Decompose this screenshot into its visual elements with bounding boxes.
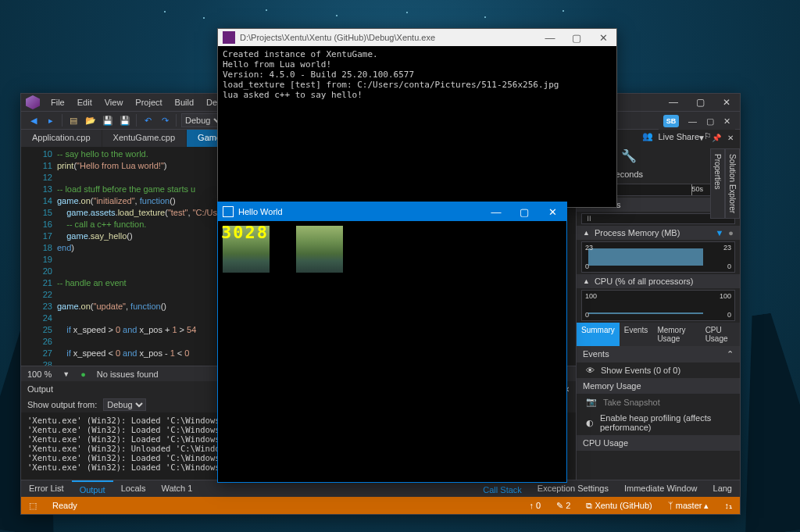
hw-title: Hello World: [238, 207, 283, 216]
diag-cpu-header[interactable]: CPU (% of all processors): [595, 277, 694, 286]
vs-liveshare-bar: SB —▢✕: [659, 112, 735, 130]
pause-marker-icon: ⏸: [585, 214, 593, 223]
hw-app-icon: [223, 206, 234, 217]
status-sync-icon[interactable]: ↕₁: [717, 501, 741, 511]
undo-icon[interactable]: ↶: [141, 114, 154, 127]
menu-view[interactable]: View: [98, 98, 130, 107]
status-repo[interactable]: ⧉ Xentu (GitHub): [578, 501, 659, 511]
console-body[interactable]: Created instance of XentuGame. Hello fro…: [218, 46, 616, 103]
menu-file[interactable]: File: [45, 98, 71, 107]
console-maximize-button[interactable]: ▢: [563, 32, 590, 44]
diag-tools-icon[interactable]: 🔧: [621, 148, 637, 163]
console-title: D:\Projects\Xentu\Xentu (GitHub)\Debug\X…: [240, 33, 435, 42]
game-counter: 3028: [221, 223, 269, 242]
vs-minimize-button[interactable]: —: [660, 97, 687, 108]
take-snapshot-row: 📷Take Snapshot: [577, 394, 740, 410]
feedback-icon[interactable]: ⚐: [704, 131, 712, 141]
save-all-icon[interactable]: 💾: [119, 114, 131, 127]
menu-edit[interactable]: Edit: [71, 98, 98, 107]
liveshare-icon[interactable]: 👥: [642, 131, 653, 141]
liveshare-label[interactable]: Live Share: [658, 132, 699, 141]
gauge-icon: ◐: [586, 418, 594, 428]
save-icon[interactable]: 💾: [102, 114, 114, 127]
tab-call-stack[interactable]: Call Stack: [475, 480, 530, 497]
diag-snap-icon[interactable]: ●: [728, 228, 734, 237]
issues-check-icon: ●: [80, 370, 86, 379]
collapse-icon[interactable]: ⌃: [727, 349, 734, 359]
console-app-icon: [223, 31, 235, 44]
tab-locals[interactable]: Locals: [113, 480, 154, 497]
game-sprite-2: [296, 226, 343, 273]
menu-build[interactable]: Build: [169, 98, 200, 107]
new-file-icon[interactable]: ▤: [67, 114, 80, 127]
eye-icon: 👁: [586, 366, 595, 375]
diag-close-icon[interactable]: ✕: [727, 134, 734, 142]
summary-memory-header: Memory Usage: [583, 381, 641, 391]
account-badge[interactable]: SB: [663, 115, 679, 127]
diag-tab-memory[interactable]: Memory Usage: [652, 323, 700, 346]
nav-back-icon[interactable]: ◀: [27, 114, 40, 127]
diag-memory-header[interactable]: Process Memory (MB): [595, 228, 680, 237]
console-minimize-button[interactable]: —: [537, 32, 563, 44]
console-window: D:\Projects\Xentu\Xentu (GitHub)\Debug\X…: [217, 28, 617, 208]
heap-profiling-row[interactable]: ◐Enable heap profiling (affects performa…: [577, 410, 740, 435]
cpu-chart: 100 100 0 0: [581, 290, 735, 321]
right-lang-label: Lang: [705, 480, 740, 497]
vs-logo-icon: [26, 95, 40, 109]
menu-project[interactable]: Project: [129, 98, 168, 107]
tab-exception-settings[interactable]: Exception Settings: [530, 480, 616, 497]
side-tab-properties[interactable]: Properties: [710, 148, 725, 219]
status-publish[interactable]: ↑ 0: [521, 501, 548, 510]
tab-error-list[interactable]: Error List: [21, 480, 72, 497]
vs-close-button[interactable]: ✕: [713, 97, 740, 108]
hello-world-window: Hello World — ▢ ✕ 3028: [217, 202, 567, 483]
hw-maximize-button[interactable]: ▢: [510, 206, 538, 218]
zoom-level[interactable]: 100 %: [27, 370, 52, 379]
diag-tab-cpu[interactable]: CPU Usage: [701, 323, 740, 346]
vs-maximize-button[interactable]: ▢: [687, 97, 713, 108]
output-filter-label: Show output from:: [27, 400, 97, 409]
console-close-button[interactable]: ✕: [590, 32, 616, 44]
status-branch[interactable]: ᛉ master ▴: [660, 501, 717, 511]
diag-tab-summary[interactable]: Summary: [577, 323, 620, 346]
status-ready: Ready: [45, 501, 85, 510]
summary-cpu-header: CPU Usage: [583, 438, 628, 448]
hw-close-button[interactable]: ✕: [538, 206, 566, 218]
vs-status-bar: ⬚ Ready ↑ 0 ✎ 2 ⧉ Xentu (GitHub) ᛉ maste…: [21, 497, 740, 514]
open-icon[interactable]: 📂: [84, 114, 97, 127]
diag-gc-icon[interactable]: ▼: [715, 228, 723, 237]
tab-immediate[interactable]: Immediate Window: [616, 480, 705, 497]
side-tab-solution-explorer[interactable]: Solution Explorer: [725, 148, 740, 219]
nav-fwd-icon[interactable]: ▸: [45, 114, 57, 127]
status-changes[interactable]: ✎ 2: [548, 501, 578, 511]
show-events-row[interactable]: 👁Show Events (0 of 0): [577, 362, 740, 378]
tab-watch1[interactable]: Watch 1: [153, 480, 200, 497]
diag-tab-events[interactable]: Events: [620, 323, 653, 346]
output-filter-select[interactable]: Debug: [103, 398, 146, 411]
diag-autohide-icon[interactable]: 📌: [712, 134, 721, 142]
tab-xentugame-cpp[interactable]: XentuGame.cpp: [102, 130, 188, 147]
hw-minimize-button[interactable]: —: [482, 206, 510, 218]
tab-output[interactable]: Output: [72, 480, 113, 497]
tab-application-cpp[interactable]: Application.cpp: [21, 130, 102, 147]
output-title: Output: [27, 384, 53, 394]
camera-icon: 📷: [586, 397, 597, 407]
status-icon: ⬚: [21, 501, 45, 511]
issues-label: No issues found: [97, 370, 159, 379]
redo-icon[interactable]: ↷: [159, 114, 171, 127]
memory-chart: 23 23 0 0: [581, 241, 735, 273]
summary-events-header: Events: [583, 349, 609, 359]
